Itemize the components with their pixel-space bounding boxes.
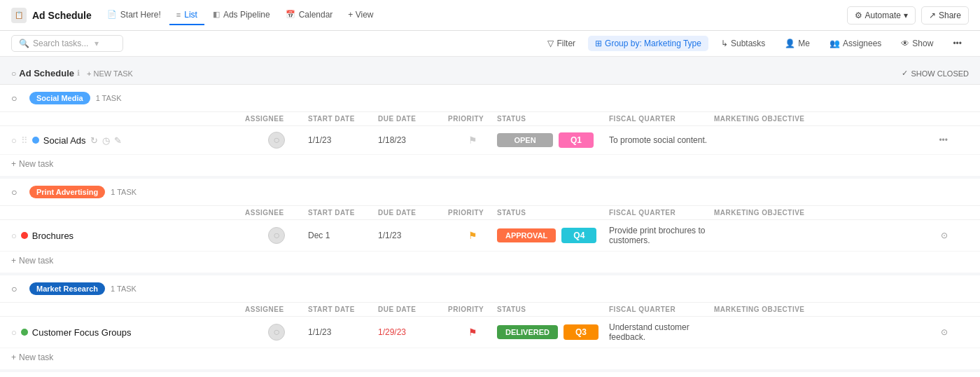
section-header-social-media: ○ Social Media 1 TASK (0, 85, 980, 112)
section-count-market: 1 TASK (111, 285, 136, 293)
show-icon: 👁 (901, 39, 909, 48)
show-label: Show (912, 39, 933, 48)
section-collapse-icon[interactable]: ○ (11, 186, 24, 198)
task-priority[interactable]: ⚑ (448, 327, 497, 338)
col-due-date: DUE DATE (378, 115, 448, 123)
fiscal-badge[interactable]: Q1 (559, 132, 594, 148)
more-options-button[interactable]: ••• (946, 36, 969, 51)
app-title: Ad Schedule (32, 10, 92, 21)
new-task-button-print[interactable]: + New task (0, 252, 980, 273)
tab-list[interactable]: ≡ List (169, 6, 204, 25)
edit-icon[interactable]: ✎ (114, 135, 122, 146)
tab-start-here[interactable]: 📄 Start Here! (100, 6, 168, 25)
pipeline-icon: ◧ (213, 10, 220, 19)
filter-button[interactable]: ▽ Filter (540, 36, 582, 51)
list-expand-icon[interactable]: ○ (11, 69, 16, 78)
task-priority-dot (32, 137, 39, 144)
automate-chevron-icon: ▾ (904, 11, 908, 20)
show-button[interactable]: 👁 Show (894, 36, 940, 51)
new-task-button-social-media[interactable]: + New task (0, 155, 980, 176)
task-title[interactable]: Brochures (32, 231, 74, 241)
section-market-research: ○ Market Research 1 TASK ASSIGNEE START … (0, 275, 980, 369)
checkmark-icon: ✓ (902, 69, 908, 78)
col-start-date-p: START DATE (308, 209, 378, 217)
me-button[interactable]: 👤 Me (778, 36, 817, 51)
section-header-market-research: ○ Market Research 1 TASK (0, 275, 980, 303)
col-marketing-objective: MARKETING OBJECTIVE (714, 115, 948, 123)
share-icon: ↗ (929, 11, 936, 20)
col-priority: PRIORITY (448, 115, 497, 123)
list-title: Ad Schedule (19, 68, 74, 78)
toolbar: 🔍 Search tasks... ▾ ▽ Filter ⊞ Group by:… (0, 31, 980, 57)
assignees-button[interactable]: 👥 Assignees (822, 36, 888, 51)
avatar: ○ (268, 324, 285, 341)
section-local-marketing: ○ Local Marketing 1 TASK ASSIGNEE START … (0, 372, 980, 377)
filter-icon: ▽ (547, 39, 554, 48)
plus-icon: + (11, 352, 16, 362)
show-closed-label: SHOW CLOSED (911, 69, 969, 78)
task-assignee[interactable]: ○ (245, 132, 308, 149)
task-priority[interactable]: ⚑ (448, 230, 497, 241)
checkbox-icon[interactable]: ○ (11, 327, 17, 338)
timer-icon[interactable]: ◷ (102, 135, 110, 146)
col-priority-m: PRIORITY (448, 306, 497, 313)
show-closed-button[interactable]: ✓ SHOW CLOSED (902, 69, 969, 78)
plus-icon: + (11, 256, 16, 266)
filter-label: Filter (556, 39, 575, 48)
row-more-button[interactable]: ⊙ (714, 327, 948, 337)
col-obj-p: MARKETING OBJECTIVE (714, 209, 948, 217)
row-more-button[interactable]: ••• (714, 135, 948, 145)
section-header-local-marketing: ○ Local Marketing 1 TASK (0, 372, 980, 377)
automate-button[interactable]: ⚙ Automate ▾ (847, 6, 916, 25)
new-task-header-button[interactable]: + NEW TASK (87, 69, 133, 78)
col-fiscal-p: FISCAL QUARTER (609, 209, 714, 217)
assignees-label: Assignees (843, 39, 881, 48)
table-row: ○ Brochures ○ Dec 1 1/1/23 ⚑ APPROVAL Q4… (0, 220, 980, 252)
repeat-icon[interactable]: ↻ (90, 135, 98, 146)
nav-right: ⚙ Automate ▾ ↗ Share (847, 6, 969, 25)
tab-ads-pipeline[interactable]: ◧ Ads Pipeline (206, 6, 277, 25)
fiscal-badge[interactable]: Q4 (561, 228, 596, 243)
avatar: ○ (268, 132, 285, 149)
share-button[interactable]: ↗ Share (921, 6, 969, 25)
task-assignee[interactable]: ○ (245, 227, 308, 244)
task-priority-dot (21, 329, 28, 336)
search-icon: 🔍 (19, 39, 29, 48)
task-title[interactable]: Social Ads (43, 135, 86, 146)
status-badge[interactable]: DELIVERED (497, 325, 558, 339)
task-title[interactable]: Customer Focus Groups (32, 327, 132, 338)
col-assignee-p: ASSIGNEE (245, 209, 308, 217)
top-nav: 📋 Ad Schedule 📄 Start Here! ≡ List ◧ Ads… (0, 0, 980, 31)
group-by-button[interactable]: ⊞ Group by: Marketing Type (588, 36, 708, 51)
calendar-icon: 📅 (286, 10, 295, 19)
tab-add-view[interactable]: + View (341, 6, 380, 25)
col-fiscal-quarter: FISCAL QUARTER (609, 115, 714, 123)
section-collapse-icon[interactable]: ○ (11, 283, 24, 294)
priority-flag-icon: ⚑ (468, 135, 477, 146)
status-badge[interactable]: APPROVAL (497, 228, 556, 242)
col-due-date-m: DUE DATE (378, 306, 448, 313)
task-start-date: 1/1/23 (308, 327, 378, 337)
avatar: ○ (268, 227, 285, 244)
col-assignee-m: ASSIGNEE (245, 306, 308, 313)
tab-list-label: List (184, 10, 197, 20)
share-label: Share (939, 11, 961, 20)
task-assignee[interactable]: ○ (245, 324, 308, 341)
checkbox-icon[interactable]: ○ (11, 135, 17, 146)
plus-icon: + (11, 159, 16, 169)
column-headers-print: ASSIGNEE START DATE DUE DATE PRIORITY ST… (0, 206, 980, 220)
tab-calendar[interactable]: 📅 Calendar (279, 6, 340, 25)
search-box[interactable]: 🔍 Search tasks... ▾ (11, 35, 123, 52)
new-task-button-market[interactable]: + New task (0, 348, 980, 369)
group-label: Group by: Marketing Type (605, 39, 701, 48)
marketing-objective: To promote social content. (609, 135, 714, 145)
row-more-button[interactable]: ⊙ (714, 231, 948, 240)
subtasks-button[interactable]: ↳ Subtasks (714, 36, 772, 51)
section-badge-print: Print Advertising (29, 186, 105, 198)
fiscal-badge[interactable]: Q3 (564, 324, 598, 340)
col-start-date: START DATE (308, 115, 378, 123)
status-badge[interactable]: OPEN (497, 133, 553, 147)
checkbox-icon[interactable]: ○ (11, 231, 17, 241)
section-collapse-icon[interactable]: ○ (11, 92, 24, 104)
task-priority[interactable]: ⚑ (448, 135, 497, 146)
